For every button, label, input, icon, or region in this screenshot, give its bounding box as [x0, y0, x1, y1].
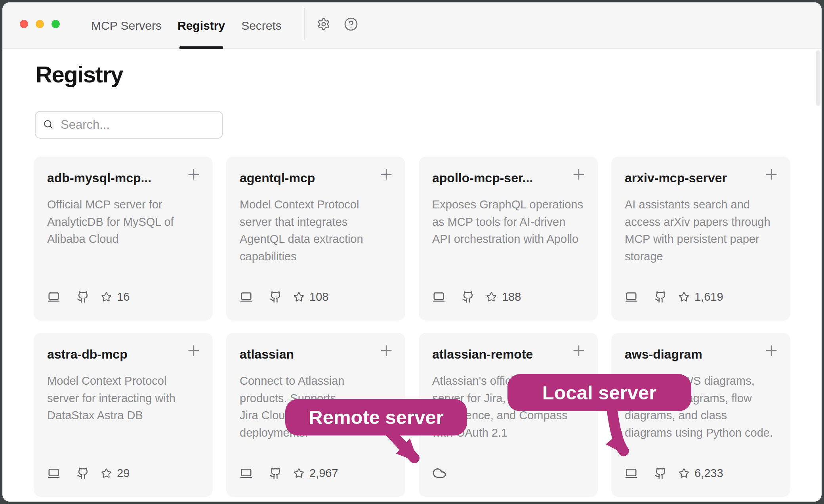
- plus-icon: [763, 354, 780, 360]
- server-name: agentql-mcp: [240, 171, 315, 185]
- desktop-background: MCP Servers Registry Secrets: [0, 0, 824, 504]
- star-count: 1,619: [694, 290, 723, 304]
- search-box: [35, 111, 223, 139]
- card-footer: 1,619: [625, 289, 723, 305]
- laptop-icon: [240, 290, 253, 304]
- server-name: adb-mysql-mcp...: [47, 171, 151, 185]
- cloud-icon: [432, 466, 446, 480]
- add-server-button[interactable]: [184, 342, 203, 361]
- laptop-icon: [240, 467, 253, 480]
- star-icon: [294, 292, 304, 302]
- page-title: Registry: [36, 61, 123, 88]
- github-icon: [77, 467, 89, 479]
- star-count: 2,967: [309, 467, 338, 480]
- card-footer: 16: [47, 289, 130, 305]
- add-server-button[interactable]: [569, 165, 588, 184]
- plus-icon: [570, 354, 587, 360]
- add-server-button[interactable]: [762, 165, 781, 184]
- toolbar-divider: [304, 8, 305, 40]
- plus-icon: [763, 178, 780, 184]
- server-name: apollo-mcp-ser...: [432, 171, 533, 185]
- server-card[interactable]: astra-db-mcp Model Context Protocol serv…: [34, 333, 213, 497]
- close-window-button[interactable]: [20, 20, 28, 28]
- active-tab-underline: [179, 46, 223, 49]
- star-count: 188: [502, 290, 521, 304]
- card-footer: 108: [240, 289, 328, 305]
- star-icon: [679, 292, 689, 302]
- search-input[interactable]: [60, 117, 215, 132]
- tab-mcp-servers[interactable]: MCP Servers: [87, 2, 166, 49]
- server-name: atlassian-remote: [432, 347, 533, 362]
- server-card[interactable]: agentql-mcp Model Context Protocol serve…: [226, 157, 405, 321]
- github-icon: [654, 291, 667, 303]
- star-icon: [101, 468, 112, 479]
- laptop-icon: [432, 290, 445, 304]
- card-footer: 2,967: [240, 465, 338, 481]
- star-icon: [679, 468, 689, 479]
- star-count: 29: [117, 467, 130, 480]
- server-description: Model Context Protocol server for intera…: [47, 372, 175, 424]
- tab-registry[interactable]: Registry: [176, 2, 227, 49]
- laptop-icon: [47, 290, 60, 304]
- server-description: Official MCP server for AnalyticDB for M…: [47, 196, 174, 248]
- star-icon: [101, 292, 112, 302]
- card-footer: 29: [47, 465, 130, 481]
- laptop-icon: [625, 467, 638, 480]
- minimize-window-button[interactable]: [36, 20, 44, 28]
- search-icon: [43, 119, 53, 131]
- server-description: Model Context Protocol server that integ…: [240, 196, 363, 265]
- github-icon: [462, 291, 474, 303]
- add-server-button[interactable]: [762, 342, 781, 361]
- vertical-scrollbar-thumb[interactable]: [816, 50, 820, 106]
- remote-server-callout: Remote server: [285, 399, 467, 435]
- laptop-icon: [625, 290, 638, 304]
- server-description: Exposes GraphQL operations as MCP tools …: [432, 196, 583, 248]
- server-card[interactable]: aws-diagram Generate AWS diagrams, seque…: [611, 333, 790, 497]
- card-footer: 188: [432, 289, 521, 305]
- server-card-grid: adb-mysql-mcp... Official MCP server for…: [34, 157, 790, 497]
- server-name: atlassian: [240, 347, 294, 362]
- card-footer: 6,233: [625, 465, 723, 481]
- star-count: 16: [117, 290, 130, 304]
- server-name: arxiv-mcp-server: [625, 171, 727, 185]
- server-name: astra-db-mcp: [47, 347, 128, 362]
- plus-icon: [378, 178, 395, 184]
- local-server-callout: Local server: [507, 374, 691, 411]
- star-count: 108: [309, 290, 328, 304]
- tab-secrets[interactable]: Secrets: [238, 2, 285, 49]
- plus-icon: [185, 354, 202, 360]
- zoom-window-button[interactable]: [52, 20, 60, 28]
- star-count: 6,233: [694, 467, 723, 480]
- github-icon: [269, 467, 282, 479]
- github-icon: [654, 467, 667, 479]
- add-server-button[interactable]: [377, 342, 396, 361]
- traffic-lights: [20, 20, 60, 28]
- add-server-button[interactable]: [377, 165, 396, 184]
- gear-icon: [317, 17, 330, 32]
- server-description: AI assistants search and access arXiv pa…: [625, 196, 771, 265]
- help-button[interactable]: [343, 17, 359, 32]
- app-window: MCP Servers Registry Secrets: [2, 2, 822, 502]
- titlebar: MCP Servers Registry Secrets: [2, 2, 822, 49]
- laptop-icon: [47, 467, 60, 480]
- help-icon: [344, 17, 358, 33]
- server-name: aws-diagram: [625, 347, 702, 362]
- add-server-button[interactable]: [569, 342, 588, 361]
- plus-icon: [185, 178, 202, 184]
- add-server-button[interactable]: [184, 165, 203, 184]
- star-icon: [486, 292, 497, 302]
- server-card[interactable]: apollo-mcp-ser... Exposes GraphQL operat…: [419, 157, 598, 321]
- github-icon: [77, 291, 89, 303]
- github-icon: [269, 291, 282, 303]
- settings-button[interactable]: [316, 17, 331, 32]
- card-footer: [432, 465, 446, 481]
- server-card[interactable]: adb-mysql-mcp... Official MCP server for…: [34, 157, 213, 321]
- plus-icon: [570, 178, 587, 184]
- plus-icon: [378, 354, 395, 360]
- server-card[interactable]: arxiv-mcp-server AI assistants search an…: [611, 157, 790, 321]
- star-icon: [294, 468, 304, 479]
